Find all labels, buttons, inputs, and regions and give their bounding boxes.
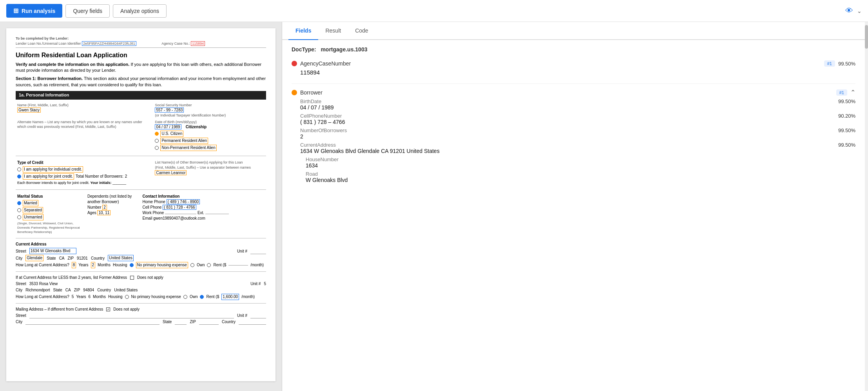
name-label: Name (First, Middle, Last, Suffix) xyxy=(17,103,152,108)
dob-value: 04 / 07 / 1989 xyxy=(155,124,181,129)
contact-label: Contact Information xyxy=(142,194,265,199)
subfield-num-borrowers-value: 2 xyxy=(300,133,855,140)
former-rent xyxy=(200,295,204,299)
mailing-address-header: Mailing Address – if different from Curr… xyxy=(16,307,266,312)
former-years: 5 xyxy=(72,294,74,300)
housing-no-expense xyxy=(130,263,134,267)
subfield-birthdate-conf: 99.50% xyxy=(838,98,855,104)
section1-header: Section 1: Borrower Information. This se… xyxy=(16,76,266,88)
former-country: United States xyxy=(114,287,138,293)
tab-result[interactable]: Result xyxy=(318,22,348,40)
other-borrowers-value: Carmen Leannor xyxy=(155,170,187,175)
agency-case-value: 115894 xyxy=(191,41,205,46)
field-name-agency: AgencyCaseNumber xyxy=(300,60,821,67)
former-unit: 5 xyxy=(264,281,266,287)
personal-info-table: Name (First, Middle, Last, Suffix) Gwen … xyxy=(16,102,266,153)
panel-content: DocType: mortgage.us.1003 AgencyCaseNumb… xyxy=(282,40,865,391)
other-borrowers-sublabel: (First, Middle, Last, Suffix) – Use a se… xyxy=(155,165,265,170)
chevron-down-icon[interactable]: ⌄ xyxy=(857,8,862,14)
mailing-address-row1: Street Unit # xyxy=(16,313,266,318)
former-how-long-row: How Long at Current Address? 5 Years 6 M… xyxy=(16,294,266,300)
home-phone-value: ( 489 ) 746 - 8900 xyxy=(167,199,200,204)
tab-code[interactable]: Code xyxy=(348,22,375,40)
initials-row: Each Borrower intends to apply for joint… xyxy=(17,180,152,185)
dependents-number-value: 2 xyxy=(102,205,107,210)
citizenship-perm-label: Permanent Resident Alien xyxy=(160,138,208,144)
document-paper: To be completed by the Lender: Lender Lo… xyxy=(6,28,275,381)
field-badge-borrower: #1 xyxy=(836,89,847,96)
work-phone-row: Work Phone Ext. xyxy=(142,210,265,216)
subfield-house-number: HouseNumber 1634 xyxy=(292,156,855,169)
how-long-row: How Long at Current Address? 8 Years 2 M… xyxy=(16,262,266,268)
doc-header-bar: To be completed by the Lender: Lender Lo… xyxy=(16,36,266,48)
former-street: 3533 Rosa View xyxy=(29,281,58,287)
mailing-does-not-apply-checkbox xyxy=(106,307,110,311)
subfield-num-borrowers-name: NumberOfBorrowers xyxy=(300,127,347,133)
dependents-ages-value: 10, 11 xyxy=(97,210,111,215)
ssn-label: Social Security Number xyxy=(155,103,265,108)
individual-credit-option: I am applying for individual credit. xyxy=(17,166,152,173)
former-state: CA xyxy=(65,287,71,293)
run-analysis-button[interactable]: ⊞ Run analysis xyxy=(6,4,62,18)
scrollbar-thumb[interactable] xyxy=(865,25,868,49)
former-city: Richmondport xyxy=(25,287,50,293)
former-rent-value: 1,600.00 xyxy=(221,294,239,300)
former-address-row1: Street 3533 Rosa View Unit # 5 xyxy=(16,281,266,287)
subfield-cellphone: CellPhoneNumber 90.20% ( 831 ) 728 – 476… xyxy=(292,113,855,125)
citizenship-nonperm-label: Non-Permanent Resident Alien xyxy=(160,145,216,151)
former-own xyxy=(183,295,187,299)
subfield-birthdate: BirthDate 99.50% 04 / 07 / 1989 xyxy=(292,98,855,111)
cell-phone-value: ( 831 ) 728 - 4766 xyxy=(163,205,196,210)
subfield-road-name: Road xyxy=(306,171,318,177)
eye-icon[interactable]: 👁 xyxy=(845,6,853,15)
tab-fields[interactable]: Fields xyxy=(288,22,318,40)
field-dot-red xyxy=(292,61,297,66)
current-address-label: Current Address xyxy=(16,242,266,247)
analyze-options-button[interactable]: Analyze options xyxy=(113,4,167,18)
unmarried-label: Unmarried xyxy=(23,214,43,220)
field-value-agency: 115894 xyxy=(292,69,855,76)
subfield-house-number-value: 1634 xyxy=(306,162,855,169)
query-fields-button[interactable]: Query fields xyxy=(65,4,110,18)
borrower-collapse-button[interactable]: ⌃ xyxy=(850,89,855,96)
subfield-num-borrowers-conf: 99.50% xyxy=(838,127,855,133)
right-panel: Fields Result Code DocType: mortgage.us.… xyxy=(282,22,865,391)
current-state: CA xyxy=(59,256,65,261)
dependents-label: Dependents (not listed by another Borrow… xyxy=(87,194,140,205)
main-content: To be completed by the Lender: Lender Lo… xyxy=(0,22,868,391)
email-value: gwen19890407@outlook.com xyxy=(153,216,205,220)
field-dot-orange xyxy=(292,90,297,95)
ssn-sublabel: (or Individual Taxpayer Identification N… xyxy=(155,113,265,118)
other-borrowers-label: List Name(s) of Other Borrower(s) Applyi… xyxy=(155,160,265,165)
citizenship-nonperm: Non-Permanent Resident Alien xyxy=(155,145,265,151)
current-country: United States xyxy=(108,255,134,261)
marital-note: (Single, Divorced, Widowed, Civil Union,… xyxy=(17,221,84,235)
personal-info-header: 1a. Personal Information xyxy=(16,91,266,99)
subfield-current-address: CurrentAddress 99.50% 1634 W Glenoaks Bl… xyxy=(292,142,855,154)
joint-credit-option: I am applying for joint credit. Total Nu… xyxy=(17,173,152,180)
subfield-birthdate-name: BirthDate xyxy=(300,98,321,104)
housing-own xyxy=(190,263,194,267)
field-conf-agency: 99.50% xyxy=(838,61,855,67)
joint-credit-label: I am applying for joint credit. xyxy=(23,173,74,180)
current-zip: 91201 xyxy=(77,256,88,261)
panel-tabs: Fields Result Code xyxy=(282,22,865,40)
subfield-current-address-conf: 99.50% xyxy=(838,142,855,148)
name-value: Gwen Stacy xyxy=(17,107,41,113)
doctype-value: mortgage.us.1003 xyxy=(321,46,367,53)
lender-loan-value: 2e5F95FA2ZH4984G64F23fcJ81 xyxy=(82,41,136,46)
dob-label: Date of Birth (mm/dd/yyyy) xyxy=(155,120,265,125)
former-no-expense xyxy=(125,295,129,299)
unmarried-option: Unmarried xyxy=(17,214,84,220)
agency-case-label: Agency Case No.: xyxy=(161,42,190,45)
months-value: 2 xyxy=(91,262,96,268)
subfield-road: Road W Glenoaks Blvd xyxy=(292,171,855,183)
years-value: 8 xyxy=(72,262,76,268)
separated-label: Separated xyxy=(23,207,43,213)
married-option: Married xyxy=(17,200,84,206)
current-street-value: 1634 W Glenoaks Blvd xyxy=(29,248,76,254)
scrollbar[interactable] xyxy=(865,22,868,391)
separated-option: Separated xyxy=(17,207,84,213)
document-area: To be completed by the Lender: Lender Lo… xyxy=(0,22,282,391)
mailing-address-row2: City State ZIP Country xyxy=(16,319,266,325)
